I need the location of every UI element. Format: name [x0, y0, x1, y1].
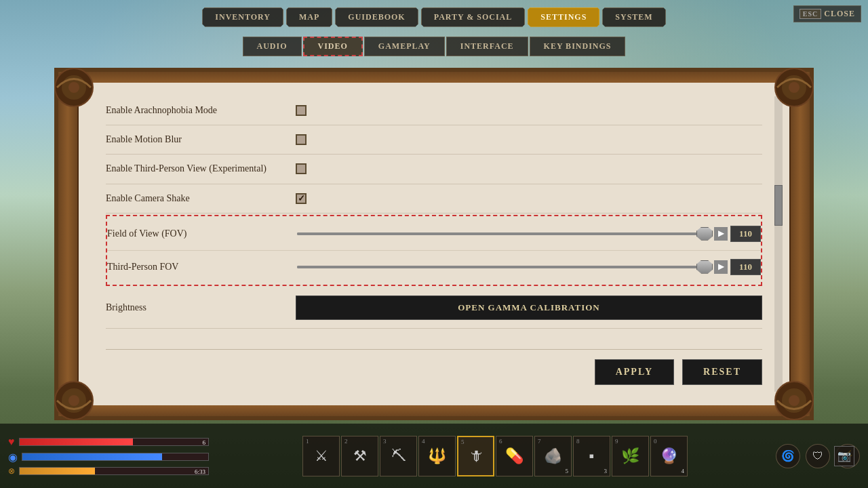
slot-count-0: 4 — [682, 468, 685, 474]
hotbar-slot-1[interactable]: 1 ⚔ — [302, 436, 340, 476]
tab-keybindings[interactable]: KEY BINDINGS — [530, 37, 626, 56]
esc-badge: ESC — [800, 9, 821, 19]
settings-panel: Enable Arachnophobia Mode Enable Motion … — [54, 68, 814, 420]
slot-number-9: 9 — [615, 438, 618, 445]
hud-icon-2[interactable]: 🛡 — [806, 444, 830, 468]
screenshot-button[interactable]: 📷 — [834, 446, 854, 466]
fov-label: Field of View (FOV) — [107, 228, 297, 240]
camera-shake-checkbox[interactable] — [296, 193, 307, 204]
panel-top-border — [58, 72, 810, 83]
hotbar-slot-4[interactable]: 4 🔱 — [418, 436, 456, 476]
arachnophobia-checkbox[interactable] — [296, 105, 307, 116]
third-person-fov-arrow-btn[interactable]: ▶ — [714, 260, 728, 274]
gamma-calibration-button[interactable]: OPEN GAMMA CALIBRATION — [296, 296, 762, 320]
health-fill — [20, 439, 133, 445]
hotbar-slot-8[interactable]: 8 ▪ 3 — [573, 436, 610, 476]
slot-number-6: 6 — [499, 438, 502, 445]
reset-button[interactable]: RESET — [682, 359, 762, 385]
third-person-fov-slider-thumb[interactable] — [696, 260, 713, 274]
slot-icon-7: 🪨 — [544, 447, 562, 465]
stamina-bar — [22, 453, 209, 461]
slot-icon-3: ⛏ — [391, 447, 406, 465]
scrollbar-thumb[interactable] — [774, 185, 783, 226]
bottom-buttons: APPLY RESET — [595, 359, 762, 385]
hud-icon-1[interactable]: 🌀 — [776, 444, 800, 468]
scrollbar[interactable] — [774, 96, 783, 392]
slot-icon-5: 🗡 — [469, 447, 484, 465]
tab-video[interactable]: VIDEO — [303, 37, 363, 56]
svg-point-8 — [68, 395, 79, 406]
hotbar-slot-5[interactable]: 5 🗡 — [457, 436, 494, 476]
arachnophobia-control — [296, 105, 762, 116]
hotbar-slot-9[interactable]: 9 🌿 — [612, 436, 649, 476]
tab-gameplay[interactable]: GAMEPLAY — [364, 37, 445, 56]
fov-value-group: ▶ 110 — [714, 226, 761, 242]
third-person-fov-slider-container: ▶ 110 — [297, 259, 761, 275]
nav-system[interactable]: SYSTEM — [602, 7, 665, 27]
stamina-icon: ◉ — [8, 451, 18, 464]
tab-audio[interactable]: AUDIO — [243, 37, 302, 56]
slot-icon-9: 🌿 — [621, 447, 639, 465]
third-person-control — [296, 163, 762, 174]
slot-number-7: 7 — [538, 438, 541, 445]
setting-arachnophobia: Enable Arachnophobia Mode — [106, 96, 762, 125]
hud-hotbar: 1 ⚔ 2 ⚒ 3 ⛏ 4 🔱 5 🗡 6 💊 7 🪨 5 8 — [217, 436, 773, 476]
xp-bar-container: ⊗ 6:33 — [8, 466, 209, 476]
health-bar-container: ♥ 6 — [8, 436, 209, 448]
nav-party[interactable]: PARTY & SOCIAL — [421, 7, 526, 27]
hotbar-slot-2[interactable]: 2 ⚒ — [341, 436, 378, 476]
setting-camera-shake: Enable Camera Shake — [106, 184, 762, 214]
slot-icon-1: ⚔ — [315, 447, 328, 465]
hud-left: ♥ 6 ◉ ⊗ 6:33 — [0, 430, 217, 482]
panel-right-border — [789, 72, 810, 416]
bottom-divider — [106, 349, 762, 350]
tab-interface[interactable]: INTERFACE — [446, 37, 528, 56]
corner-top-left — [50, 64, 98, 111]
hud-bottom: ♥ 6 ◉ ⊗ 6:33 1 ⚔ 2 ⚒ — [0, 424, 868, 488]
hotbar-slot-3[interactable]: 3 ⛏ — [380, 436, 417, 476]
third-person-fov-slider-track[interactable] — [297, 266, 707, 268]
slot-number-2: 2 — [344, 438, 348, 445]
fov-slider-container: ▶ 110 — [297, 226, 761, 242]
brightness-control: OPEN GAMMA CALIBRATION — [296, 296, 762, 320]
motion-blur-control — [296, 134, 762, 145]
health-icon: ♥ — [8, 436, 15, 448]
fov-value-box: 110 — [730, 226, 761, 242]
fov-control: ▶ 110 — [297, 226, 761, 242]
fov-slider-track[interactable] — [297, 232, 707, 235]
nav-inventory[interactable]: INVENTORY — [202, 7, 283, 27]
svg-point-5 — [789, 82, 800, 93]
fov-arrow-btn[interactable]: ▶ — [714, 227, 728, 241]
time-display: 6:33 — [195, 468, 205, 476]
motion-blur-checkbox[interactable] — [296, 134, 307, 145]
arachnophobia-label: Enable Arachnophobia Mode — [106, 104, 296, 117]
setting-brightness: Brightness OPEN GAMMA CALIBRATION — [106, 287, 762, 329]
setting-third-person-fov: Third-Person FOV ▶ 110 — [107, 251, 761, 283]
health-value: 6 — [203, 439, 206, 447]
nav-map[interactable]: MAP — [286, 7, 332, 27]
close-label: CLOSE — [824, 9, 855, 19]
xp-fill — [20, 468, 95, 474]
corner-bottom-right — [770, 377, 818, 424]
slot-number-4: 4 — [422, 438, 425, 445]
fov-slider-fill — [297, 232, 707, 235]
sub-tabs: AUDIO VIDEO GAMEPLAY INTERFACE KEY BINDI… — [0, 34, 868, 56]
fov-slider-thumb[interactable] — [696, 227, 713, 241]
slot-number-0: 0 — [654, 438, 657, 445]
slot-icon-6: 💊 — [505, 447, 524, 465]
xp-icon: ⊗ — [8, 466, 15, 476]
hotbar-slot-7[interactable]: 7 🪨 5 — [534, 436, 572, 476]
slot-count-7: 5 — [566, 468, 569, 474]
third-person-label: Enable Third-Person View (Experimental) — [106, 163, 296, 175]
corner-top-right — [770, 64, 818, 111]
third-person-checkbox[interactable] — [296, 163, 307, 174]
apply-button[interactable]: APPLY — [595, 359, 674, 385]
slot-icon-0: 🔮 — [660, 447, 678, 465]
nav-settings[interactable]: SETTINGS — [528, 7, 599, 27]
hotbar-slot-6[interactable]: 6 💊 — [496, 436, 533, 476]
slot-count-8: 3 — [604, 468, 608, 474]
close-button[interactable]: ESC CLOSE — [793, 5, 861, 22]
slot-number-3: 3 — [383, 438, 387, 445]
hotbar-slot-0[interactable]: 0 🔮 4 — [650, 436, 688, 476]
nav-guidebook[interactable]: GUIDEBOOK — [335, 7, 418, 27]
